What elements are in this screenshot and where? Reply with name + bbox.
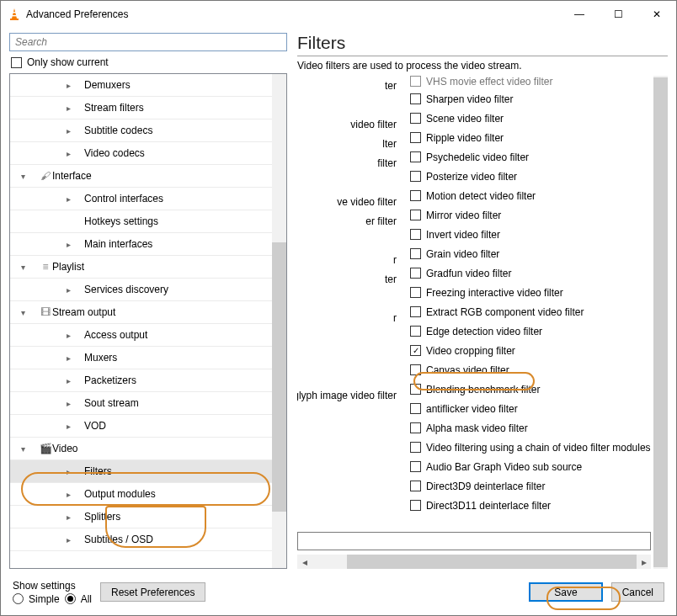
chevron-right-icon[interactable]: ▸ <box>64 194 72 204</box>
chevron-right-icon[interactable]: ▸ <box>64 126 72 135</box>
filter-checkbox[interactable] <box>410 287 421 298</box>
filter-text-input[interactable] <box>297 532 651 550</box>
filter-label: Scene video filter <box>426 113 504 125</box>
radio-simple[interactable] <box>13 593 24 604</box>
tree-item-access-output[interactable]: ▸Access output <box>10 324 272 347</box>
filter-checkbox[interactable] <box>410 171 421 182</box>
filter-label: Posterize video filter <box>426 171 517 183</box>
filter-checkbox[interactable] <box>410 113 421 124</box>
tree-item-stream-filters[interactable]: ▸Stream filters <box>10 97 272 119</box>
window-title: Advanced Preferences <box>26 8 128 20</box>
chevron-right-icon[interactable]: ▸ <box>64 376 72 385</box>
save-button[interactable]: Save <box>529 582 602 602</box>
filter-checkbox[interactable] <box>410 306 421 317</box>
chevron-right-icon[interactable]: ▸ <box>64 285 72 295</box>
vlc-cone-icon <box>8 8 21 21</box>
tree-vscrollbar[interactable] <box>272 74 286 568</box>
tree-item-muxers[interactable]: ▸Muxers <box>10 347 272 369</box>
chevron-right-icon[interactable]: ▸ <box>64 467 72 476</box>
chevron-down-icon[interactable]: ▾ <box>19 263 27 272</box>
filter-checkbox[interactable] <box>410 248 421 259</box>
tree-item-packetizers[interactable]: ▸Packetizers <box>10 369 272 392</box>
tree-item-subtitles-osd[interactable]: ▸Subtitles / OSD <box>10 528 272 551</box>
hscroll-thumb[interactable] <box>347 555 637 569</box>
maximize-button[interactable]: ☐ <box>599 1 637 28</box>
filter-label: Grain video filter <box>426 248 499 260</box>
filter-checkbox[interactable] <box>410 422 421 433</box>
tree-item-main-interfaces[interactable]: ▸Main interfaces <box>10 233 272 256</box>
filter-row-invert-video-filter: Invert video filter <box>410 225 651 244</box>
chevron-down-icon[interactable]: ▾ <box>19 172 27 181</box>
chevron-right-icon[interactable]: ▸ <box>64 422 72 431</box>
tree-item-filters[interactable]: ▸Filters <box>10 460 272 483</box>
reset-preferences-button[interactable]: Reset Preferences <box>100 582 205 602</box>
filter-checkbox[interactable] <box>410 190 421 201</box>
hscroll-right-arrow[interactable]: ▸ <box>637 556 651 568</box>
tree-item-stream-output[interactable]: ▾🎞Stream output <box>10 301 272 324</box>
filter-checkbox[interactable]: ✓ <box>410 345 421 356</box>
filter-checkbox[interactable] <box>410 403 421 414</box>
filter-checkbox[interactable] <box>410 210 421 220</box>
filters-hscrollbar[interactable]: ◂ ▸ <box>297 555 651 569</box>
chevron-down-icon[interactable]: ▾ <box>19 444 27 454</box>
chevron-right-icon[interactable]: ▸ <box>64 535 72 544</box>
preferences-tree[interactable]: ▸Demuxers▸Stream filters▸Subtitle codecs… <box>10 74 272 568</box>
truncated-label <box>297 231 397 250</box>
show-settings-label: Show settings <box>13 580 92 592</box>
search-input[interactable] <box>9 33 287 51</box>
filter-checkbox[interactable] <box>410 229 421 240</box>
filter-checkbox[interactable] <box>410 151 421 162</box>
filter-checkbox[interactable] <box>410 461 421 472</box>
chevron-right-icon[interactable]: ▸ <box>64 399 72 408</box>
filter-checkbox[interactable] <box>410 132 421 143</box>
window-buttons: — ☐ ✕ <box>560 1 676 28</box>
chevron-right-icon[interactable]: ▸ <box>64 331 72 340</box>
filter-checkbox[interactable] <box>410 500 421 511</box>
tree-item-subtitle-codecs[interactable]: ▸Subtitle codecs <box>10 119 272 142</box>
filter-checkbox[interactable] <box>410 384 421 395</box>
chevron-right-icon[interactable]: ▸ <box>64 81 72 90</box>
tree-item-video-codecs[interactable]: ▸Video codecs <box>10 142 272 165</box>
filter-label: VHS movie effect video filter <box>426 76 553 88</box>
tree-item-control-interfaces[interactable]: ▸Control interfaces <box>10 188 272 210</box>
tree-vscroll-thumb[interactable] <box>272 242 286 512</box>
filter-checkbox[interactable] <box>410 76 421 87</box>
chevron-right-icon[interactable]: ▸ <box>64 149 72 158</box>
filter-checkbox[interactable] <box>410 364 421 375</box>
bottom-bar: Show settings Simple All Reset Preferenc… <box>1 569 676 615</box>
filter-checkbox[interactable] <box>410 326 421 337</box>
tree-item-services-discovery[interactable]: ▸Services discovery <box>10 279 272 301</box>
tree-item-hotkeys-settings[interactable]: Hotkeys settings <box>10 210 272 233</box>
tree-item-splitters[interactable]: ▸Splitters <box>10 506 272 528</box>
filter-row-ripple-video-filter: Ripple video filter <box>410 128 651 147</box>
filters-vscrollbar[interactable] <box>653 76 668 569</box>
filter-label: Canvas video filter <box>426 364 509 376</box>
filter-checkbox[interactable] <box>410 268 421 279</box>
chevron-right-icon[interactable]: ▸ <box>64 353 72 363</box>
truncated-label <box>297 347 397 366</box>
tree-item-vod[interactable]: ▸VOD <box>10 415 272 438</box>
chevron-right-icon[interactable]: ▸ <box>64 104 72 113</box>
minimize-button[interactable]: — <box>560 1 599 28</box>
chevron-right-icon[interactable]: ▸ <box>64 512 72 522</box>
hscroll-left-arrow[interactable]: ◂ <box>297 556 312 568</box>
tree-item-sout-stream[interactable]: ▸Sout stream <box>10 392 272 415</box>
close-button[interactable]: ✕ <box>637 1 676 28</box>
tree-item-interface[interactable]: ▾🖌Interface <box>10 165 272 188</box>
filters-vscroll-thumb[interactable] <box>653 77 668 567</box>
only-show-checkbox[interactable] <box>11 57 22 68</box>
cancel-button[interactable]: Cancel <box>611 582 664 602</box>
filter-checkbox[interactable] <box>410 481 421 491</box>
tree-item-playlist[interactable]: ▾≡Playlist <box>10 256 272 279</box>
chevron-right-icon[interactable]: ▸ <box>64 490 72 499</box>
radio-all[interactable] <box>65 593 76 604</box>
filter-checkbox[interactable] <box>410 93 421 104</box>
tree-item-video[interactable]: ▾🎬Video <box>10 438 272 460</box>
tree-item-demuxers[interactable]: ▸Demuxers <box>10 74 272 97</box>
filter-checkbox[interactable] <box>410 442 421 453</box>
chevron-down-icon[interactable]: ▾ <box>19 308 27 317</box>
tree-label: Main interfaces <box>84 238 152 250</box>
chevron-right-icon[interactable]: ▸ <box>64 240 72 249</box>
advanced-preferences-window: Advanced Preferences — ☐ ✕ Only show cur… <box>0 0 677 616</box>
tree-item-output-modules[interactable]: ▸Output modules <box>10 483 272 506</box>
